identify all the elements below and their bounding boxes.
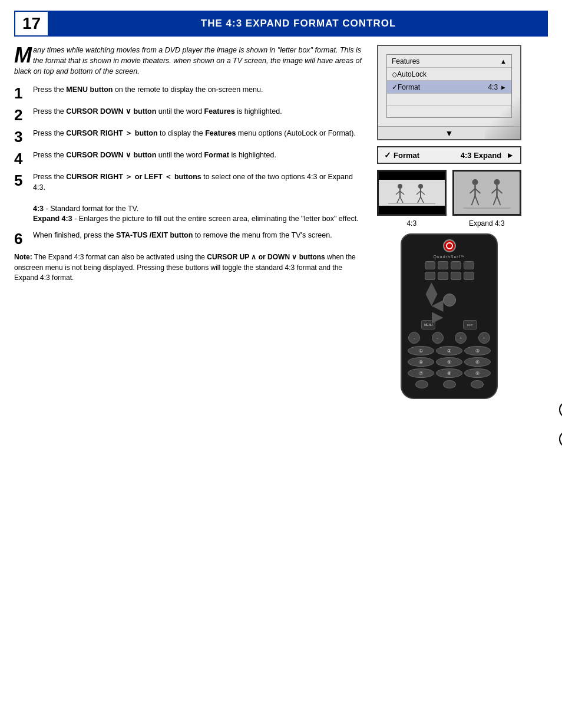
letterbox-bar-bottom bbox=[379, 206, 445, 214]
format-bar-value: 4:3 Expand bbox=[461, 151, 501, 160]
osd-format-arrow: ► bbox=[500, 84, 507, 91]
numpad: ① ② ③ ④ ⑤ ⑥ ⑦ ⑧ ⑨ bbox=[408, 346, 491, 378]
remote-top-buttons-1 bbox=[408, 261, 491, 269]
tv-frame-43 bbox=[377, 170, 447, 216]
tv-frame-expand bbox=[452, 170, 522, 216]
svg-line-18 bbox=[475, 196, 478, 205]
format-bar: ✓ Format 4:3 Expand ► bbox=[377, 146, 521, 164]
svg-point-6 bbox=[418, 184, 423, 189]
ch-up-button[interactable]: + bbox=[478, 332, 490, 344]
remote-wrapper: 1 6 2 4 3 5 QuadraSurf™ bbox=[377, 233, 521, 399]
page-number: 17 bbox=[14, 11, 49, 37]
osd-empty-row-2 bbox=[387, 106, 511, 117]
btn-mid-4[interactable] bbox=[464, 272, 474, 280]
btn-bottom-1[interactable] bbox=[415, 380, 428, 388]
tv-label-expand: Expand 4:3 bbox=[452, 219, 522, 228]
cursor-up-button[interactable] bbox=[426, 282, 438, 294]
num-9[interactable]: ⑨ bbox=[464, 368, 491, 378]
step-2-number: 2 bbox=[14, 107, 29, 123]
svg-line-2 bbox=[396, 191, 400, 195]
step-6: 6 When finished, press the STA-TUS /EXIT… bbox=[14, 230, 366, 246]
remote-badge-4: 4 bbox=[559, 431, 562, 447]
svg-line-24 bbox=[497, 196, 500, 205]
note-section: Note: The Expand 4:3 format can also be … bbox=[14, 252, 366, 283]
left-column: M any times while watching movies from a… bbox=[14, 45, 366, 399]
btn-bottom-3[interactable] bbox=[471, 380, 484, 388]
dpad bbox=[432, 282, 467, 318]
num-8[interactable]: ⑧ bbox=[436, 368, 462, 378]
remote-brand: QuadraSurf™ bbox=[408, 255, 491, 259]
scene-svg-43 bbox=[388, 182, 435, 204]
btn-top-3[interactable] bbox=[451, 261, 461, 269]
osd-title-label: Features bbox=[392, 57, 500, 65]
osd-menu: Features ▲ ◇AutoLock ✓Format 4:3 ► bbox=[386, 54, 512, 118]
ch-down-button[interactable]: - bbox=[432, 332, 444, 344]
format-bar-check: ✓ bbox=[384, 150, 391, 160]
svg-line-8 bbox=[416, 191, 421, 195]
num-5[interactable]: ⑤ bbox=[436, 357, 462, 367]
svg-line-23 bbox=[493, 196, 497, 205]
page-title: The 4:3 Expand Format Control bbox=[49, 14, 548, 33]
vol-down-button[interactable]: - bbox=[408, 332, 420, 344]
drop-cap: M bbox=[14, 45, 32, 64]
num-6[interactable]: ⑥ bbox=[464, 357, 491, 367]
step-2: 2 Press the CURSOR DOWN ∨ button until t… bbox=[14, 107, 366, 123]
step-3-text: Press the CURSOR RIGHT ＞ button to displ… bbox=[33, 129, 356, 139]
remote-container: QuadraSurf™ bbox=[377, 233, 521, 399]
btn-top-2[interactable] bbox=[438, 261, 448, 269]
step-1-number: 1 bbox=[14, 85, 29, 101]
ch-spacer bbox=[445, 332, 453, 344]
step-5-number: 5 bbox=[14, 173, 29, 188]
remote-mid-buttons: MENU EXIT bbox=[408, 320, 491, 330]
page: 17 The 4:3 Expand Format Control M any t… bbox=[0, 0, 562, 728]
osd-format-value: 4:3 bbox=[488, 83, 498, 91]
remote-top-buttons-2 bbox=[408, 272, 491, 280]
remote-bottom-buttons bbox=[408, 380, 491, 388]
svg-line-3 bbox=[400, 191, 404, 195]
svg-line-22 bbox=[497, 189, 502, 193]
osd-title-arrow: ▲ bbox=[500, 58, 507, 65]
svg-point-13 bbox=[472, 179, 478, 185]
power-area bbox=[408, 239, 491, 252]
btn-mid-1[interactable] bbox=[425, 272, 435, 280]
osd-bottom-arrow: ▼ bbox=[378, 126, 520, 139]
step-4-text: Press the CURSOR DOWN ∨ button until the… bbox=[33, 150, 276, 161]
step-5: 5 Press the CURSOR RIGHT ＞ or LEFT ＜ but… bbox=[14, 172, 366, 225]
osd-format-row: ✓Format 4:3 ► bbox=[387, 81, 511, 94]
format-bar-arrow: ► bbox=[506, 150, 514, 160]
btn-mid-2[interactable] bbox=[438, 272, 448, 280]
num-2[interactable]: ② bbox=[436, 346, 462, 355]
svg-line-4 bbox=[397, 197, 400, 203]
osd-empty-row-1 bbox=[387, 94, 511, 106]
dpad-center[interactable] bbox=[443, 294, 456, 307]
remote-control: QuadraSurf™ bbox=[401, 233, 498, 399]
btn-top-1[interactable] bbox=[425, 261, 435, 269]
step-2-text: Press the CURSOR DOWN ∨ button until the… bbox=[33, 107, 282, 117]
osd-screen: Features ▲ ◇AutoLock ✓Format 4:3 ► bbox=[377, 45, 521, 140]
dpad-area bbox=[408, 282, 491, 318]
step-1-text: Press the MENU button on the remote to d… bbox=[33, 85, 263, 95]
tv-expand-content bbox=[454, 172, 520, 214]
step-3: 3 Press the CURSOR RIGHT ＞ button to dis… bbox=[14, 129, 366, 144]
letterbox-bar-top bbox=[379, 172, 445, 180]
num-1[interactable]: ① bbox=[408, 346, 434, 355]
vol-spacer2 bbox=[468, 332, 477, 344]
num-3[interactable]: ③ bbox=[464, 346, 491, 355]
num-4[interactable]: ④ bbox=[408, 357, 434, 367]
svg-line-10 bbox=[418, 197, 421, 203]
btn-bottom-2[interactable] bbox=[443, 380, 456, 388]
step-6-number: 6 bbox=[14, 231, 29, 246]
step-6-text: When finished, press the STA-TUS /EXIT b… bbox=[33, 230, 332, 241]
btn-top-4[interactable] bbox=[464, 261, 474, 269]
tv-letterbox bbox=[379, 172, 445, 214]
power-button[interactable] bbox=[443, 239, 456, 252]
scene-svg-expand bbox=[459, 177, 515, 209]
vol-up-button[interactable]: + bbox=[455, 332, 467, 344]
svg-line-9 bbox=[421, 191, 425, 195]
letterbox-content bbox=[379, 180, 445, 206]
num-7[interactable]: ⑦ bbox=[408, 368, 434, 378]
status-exit-button[interactable]: EXIT bbox=[463, 320, 477, 330]
remote-badge-2: 2 bbox=[559, 401, 562, 418]
btn-mid-3[interactable] bbox=[451, 272, 461, 280]
tv-labels: 4:3 Expand 4:3 bbox=[377, 219, 521, 228]
